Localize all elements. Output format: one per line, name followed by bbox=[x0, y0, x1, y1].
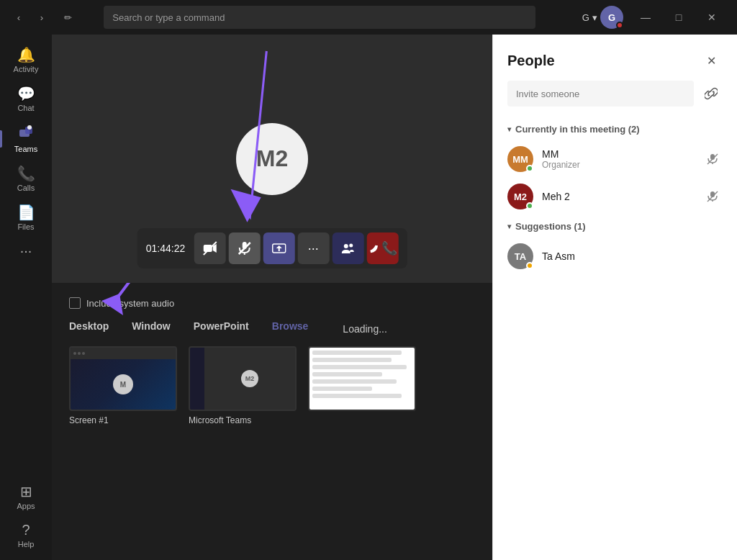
include-audio-row: Include system audio bbox=[69, 297, 475, 309]
meeting-timer: 01:44:22 bbox=[146, 243, 186, 254]
sidebar-item-more[interactable]: ··· bbox=[0, 237, 52, 265]
meeting-area: M2 01:44:22 bbox=[52, 35, 492, 560]
nav-buttons: ‹ › bbox=[9, 7, 52, 27]
participant-meh2[interactable]: M2 Meh 2 bbox=[493, 178, 737, 215]
tab-window[interactable]: Window bbox=[132, 320, 171, 335]
screen-thumb-img-doc[interactable] bbox=[308, 346, 416, 411]
search-placeholder: Search or type a command bbox=[112, 12, 225, 23]
svg-marker-10 bbox=[276, 245, 281, 251]
mute-mm-button[interactable] bbox=[702, 149, 723, 169]
status-mm bbox=[526, 165, 533, 172]
tab-desktop[interactable]: Desktop bbox=[69, 320, 109, 335]
close-button[interactable]: ✕ bbox=[695, 6, 728, 29]
share-screen-button[interactable] bbox=[263, 232, 294, 264]
avatar-meh2: M2 bbox=[507, 184, 533, 209]
panel-title: People bbox=[507, 53, 555, 69]
invite-link-button[interactable] bbox=[700, 82, 723, 105]
sidebar-label-help: Help bbox=[18, 540, 35, 548]
sidebar-label-apps: Apps bbox=[17, 502, 35, 510]
invite-input[interactable] bbox=[507, 81, 694, 107]
svg-point-11 bbox=[343, 244, 348, 248]
screen-label-1: Screen #1 bbox=[69, 415, 177, 425]
controls-bar: 01:44:22 bbox=[137, 228, 407, 268]
maximize-button[interactable]: □ bbox=[662, 6, 695, 29]
search-bar[interactable]: Search or type a command bbox=[104, 6, 535, 29]
people-panel: People ✕ ▾ Currently in this meeting (2) bbox=[492, 35, 737, 560]
video-toggle-button[interactable] bbox=[194, 232, 225, 264]
tab-browse[interactable]: Browse bbox=[272, 320, 309, 335]
people-button[interactable] bbox=[332, 232, 363, 264]
sidebar-item-activity[interactable]: 🔔 Activity bbox=[0, 40, 52, 79]
tab-powerpoint[interactable]: PowerPoint bbox=[194, 320, 249, 335]
loading-text: Loading... bbox=[343, 323, 387, 335]
chevron-down-icon: ▾ bbox=[592, 12, 597, 23]
chevron-icon: ▾ bbox=[507, 125, 511, 133]
name-taasm: Ta Asm bbox=[542, 250, 723, 262]
include-audio-checkbox[interactable] bbox=[69, 297, 81, 309]
screen-thumb-teams[interactable]: M2 Microsoft Teams bbox=[189, 346, 297, 425]
more-options-button[interactable]: ··· bbox=[297, 232, 329, 264]
share-select-area: Include system audio Desktop Window Powe… bbox=[52, 283, 492, 560]
invite-row bbox=[493, 81, 737, 118]
end-call-button[interactable]: 📞 bbox=[366, 232, 398, 264]
sidebar-item-files[interactable]: 📄 Files bbox=[0, 198, 52, 237]
activity-icon: 🔔 bbox=[17, 46, 35, 63]
status-meh2 bbox=[526, 202, 533, 209]
mute-button[interactable] bbox=[228, 232, 260, 264]
desktop-preview: M bbox=[71, 348, 176, 410]
sidebar-label-files: Files bbox=[17, 222, 34, 231]
status-dot bbox=[616, 22, 623, 29]
screen-thumb-1[interactable]: M Screen #1 bbox=[69, 346, 177, 425]
participant-mm[interactable]: MM MM Organizer bbox=[493, 140, 737, 178]
teams-icon bbox=[18, 124, 34, 143]
panel-close-button[interactable]: ✕ bbox=[700, 49, 723, 72]
video-area: M2 01:44:22 bbox=[52, 35, 492, 283]
info-meh2: Meh 2 bbox=[542, 191, 694, 202]
titlebar-right: G ▾ G — □ ✕ bbox=[582, 6, 728, 29]
sidebar-item-help[interactable]: ? Help bbox=[0, 516, 52, 554]
svg-marker-15 bbox=[231, 189, 261, 222]
compose-button[interactable]: ✏ bbox=[58, 7, 78, 27]
avatar-mm: MM bbox=[507, 146, 533, 172]
screen-thumb-img-1[interactable]: M bbox=[69, 346, 177, 411]
minimize-button[interactable]: — bbox=[629, 6, 662, 29]
info-taasm: Ta Asm bbox=[542, 250, 723, 262]
suggestions-label: Suggestions (1) bbox=[515, 221, 586, 232]
more-dots-icon: ··· bbox=[308, 241, 319, 256]
teams-preview: M2 bbox=[190, 348, 295, 410]
sidebar: 🔔 Activity 💬 Chat Teams 📞 Calls 📄 Files bbox=[0, 35, 52, 560]
in-meeting-label: Currently in this meeting (2) bbox=[515, 124, 640, 135]
main-layout: 🔔 Activity 💬 Chat Teams 📞 Calls 📄 Files bbox=[0, 35, 737, 560]
sidebar-item-calls[interactable]: 📞 Calls bbox=[0, 159, 52, 198]
name-mm: MM bbox=[542, 148, 694, 160]
chat-icon: 💬 bbox=[17, 85, 35, 102]
user-badge[interactable]: G ▾ G bbox=[582, 6, 623, 29]
role-mm: Organizer bbox=[542, 160, 694, 170]
forward-button[interactable]: › bbox=[32, 7, 52, 27]
participant-taasm[interactable]: TA Ta Asm bbox=[493, 238, 737, 275]
avatar-taasm: TA bbox=[507, 243, 533, 269]
sidebar-item-chat[interactable]: 💬 Chat bbox=[0, 79, 52, 118]
sidebar-item-teams[interactable]: Teams bbox=[0, 118, 52, 159]
screen-thumb-doc[interactable] bbox=[308, 346, 416, 411]
include-audio-label: Include system audio bbox=[86, 298, 174, 309]
sidebar-item-apps[interactable]: ⊞ Apps bbox=[0, 477, 52, 516]
status-taasm bbox=[526, 262, 533, 269]
share-tabs: Desktop Window PowerPoint Browse Loading… bbox=[69, 320, 475, 335]
sidebar-label-chat: Chat bbox=[17, 104, 34, 112]
back-button[interactable]: ‹ bbox=[9, 7, 29, 27]
svg-point-2 bbox=[27, 125, 32, 130]
share-content: M Screen #1 M2 bbox=[69, 346, 475, 425]
participant-avatar: M2 bbox=[236, 123, 308, 195]
mute-meh2-button[interactable] bbox=[702, 186, 723, 207]
sidebar-label-activity: Activity bbox=[14, 65, 39, 73]
name-meh2: Meh 2 bbox=[542, 191, 694, 202]
suggestions-chevron-icon: ▾ bbox=[507, 222, 511, 230]
titlebar: ‹ › ✏ Search or type a command G ▾ G — □… bbox=[0, 0, 737, 35]
panel-header: People ✕ bbox=[493, 35, 737, 81]
svg-point-12 bbox=[349, 244, 353, 248]
screen-thumb-img-teams[interactable]: M2 bbox=[189, 346, 297, 411]
sidebar-label-teams: Teams bbox=[14, 145, 37, 153]
calls-icon: 📞 bbox=[17, 165, 35, 182]
info-mm: MM Organizer bbox=[542, 148, 694, 170]
